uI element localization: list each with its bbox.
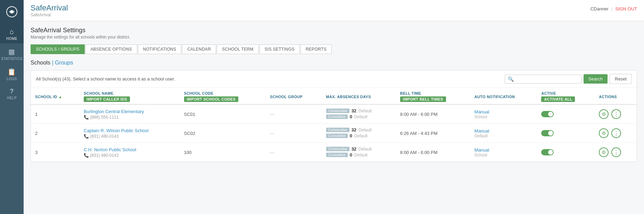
cell-school-code-3: 100 <box>180 143 266 162</box>
phone-number-1: (888) 555-1111 <box>90 115 118 120</box>
active-toggle-1[interactable] <box>541 111 554 117</box>
more-options-icon-2[interactable]: ⋮ <box>611 128 621 138</box>
more-options-icon-3[interactable]: ⋮ <box>611 147 621 157</box>
auto-notification-sub-1: School <box>474 114 533 119</box>
auto-notification-label-1: Manual <box>474 109 533 114</box>
consecutive-default-3: Default <box>358 147 372 152</box>
cell-active-1 <box>537 104 595 124</box>
cell-school-name-2: Captain R. Wilson Public School 📞 (831) … <box>80 124 180 143</box>
consecutive-row-2: Consecutive 32 Default <box>326 127 392 132</box>
col-header-active: ACTIVE Activate All <box>537 88 595 104</box>
separator: | <box>611 6 612 11</box>
schools-table: SCHOOL ID ▲ SCHOOL NAME Import Caller ID… <box>31 88 637 162</box>
cell-active-3 <box>537 143 595 162</box>
col-header-school-code: SCHOOL CODE Import school codes <box>180 88 266 104</box>
school-code-label: SCHOOL CODE <box>184 91 262 95</box>
col-header-bell-time: BELL TIME Import bell times <box>396 88 470 104</box>
search-input[interactable] <box>516 76 578 82</box>
sign-out-button[interactable]: SIGN OUT <box>615 6 637 11</box>
cell-bell-time-3: 8:00 AM - 6:00 PM <box>396 143 470 162</box>
sidebar-item-statistics[interactable]: ▦ STATISTICS <box>0 43 24 63</box>
auto-notification-sub-3: School <box>474 153 533 157</box>
import-caller-ids-button[interactable]: Import Caller IDs <box>84 96 130 102</box>
search-button[interactable]: Search <box>584 74 608 84</box>
school-name-link-1[interactable]: Burlington Central Elementary <box>84 109 175 114</box>
search-area: 🔍 Search Reset <box>505 74 632 84</box>
auto-notification-sub-2: Default <box>474 134 533 138</box>
table-row: 3 C.H. Norton Public School 📞 (831) 480-… <box>31 143 637 162</box>
groups-link[interactable]: Groups <box>55 60 73 66</box>
active-toggle-3[interactable] <box>541 149 554 155</box>
sidebar-item-home-label: HOME <box>6 37 17 41</box>
action-icons-2: ⚙ ⋮ <box>599 128 633 138</box>
cell-school-group-2: --- <box>266 124 322 143</box>
school-phone-3: 📞 (831) 480-0143 <box>84 153 175 158</box>
table-toolbar: All School(s) (43). Select a school name… <box>31 70 637 88</box>
topbar-branding: SafeArrival SafeArrival <box>31 3 68 17</box>
phone-icon-3: 📞 <box>84 153 89 158</box>
sidebar-item-help[interactable]: ? HELP <box>0 84 24 103</box>
more-options-icon-1[interactable]: ⋮ <box>611 109 621 119</box>
cell-school-name-1: Burlington Central Elementary 📞 (888) 55… <box>80 104 180 124</box>
settings-icon-2[interactable]: ⚙ <box>599 128 609 138</box>
heading-separator: | <box>52 60 55 66</box>
help-icon: ? <box>10 88 14 95</box>
cell-actions-3: ⚙ ⋮ <box>595 143 637 162</box>
tab-calendar[interactable]: CALENDAR <box>182 44 216 54</box>
bell-time-text-1: 8:00 AM - 6:00 PM <box>400 112 438 117</box>
activate-all-button[interactable]: Activate All <box>541 96 575 102</box>
cell-school-group-3: --- <box>266 143 322 162</box>
school-name-link-3[interactable]: C.H. Norton Public School <box>84 147 175 152</box>
school-name-link-2[interactable]: Captain R. Wilson Public School <box>84 128 175 133</box>
tab-sis-settings[interactable]: SIS SETTINGS <box>259 44 300 54</box>
sidebar-item-home[interactable]: ⌂ HOME <box>0 24 24 43</box>
sort-icon[interactable]: ▲ <box>58 95 62 99</box>
tab-school-term[interactable]: SCHOOL TERM <box>217 44 259 54</box>
cumulative-badge-2: Cumulative <box>326 134 348 138</box>
phone-number-3: (831) 480-0143 <box>90 153 118 158</box>
cumulative-default-3: Default <box>354 153 368 157</box>
active-label: ACTIVE <box>541 91 591 95</box>
tab-notifications[interactable]: NOTIFICATIONS <box>138 44 182 54</box>
settings-icon-1[interactable]: ⚙ <box>599 109 609 119</box>
consecutive-badge-2: Consecutive <box>326 128 349 132</box>
current-user: CDanner <box>591 6 609 11</box>
consecutive-default-1: Default <box>358 109 372 113</box>
tab-schools-groups[interactable]: SCHOOLS / GROUPS <box>31 44 85 54</box>
col-header-school-id: SCHOOL ID ▲ <box>31 88 80 104</box>
phone-icon-1: 📞 <box>84 115 89 120</box>
main-content: SafeArrival SafeArrival CDanner | SIGN O… <box>24 0 644 214</box>
auto-notification-label-3: Manual <box>474 147 533 153</box>
app-logo[interactable] <box>0 0 24 24</box>
active-toggle-2[interactable] <box>541 130 554 136</box>
consecutive-badge-3: Consecutive <box>326 147 349 151</box>
tab-reports[interactable]: REPORTS <box>300 44 332 54</box>
bell-time-text-2: 6:26 AM - 4:43 PM <box>400 131 438 136</box>
cell-auto-notification-2: Manual Default <box>470 124 537 143</box>
tab-absence-options[interactable]: ABSENCE OPTIONS <box>85 44 137 54</box>
reset-button[interactable]: Reset <box>610 74 632 84</box>
cumulative-badge-3: Cumulative <box>326 153 348 157</box>
bell-time-text-3: 8:00 AM - 6:00 PM <box>400 150 438 155</box>
table-info-text: All School(s) (43). Select a school name… <box>36 76 175 82</box>
topbar-user-area: CDanner | SIGN OUT <box>591 3 637 11</box>
auto-notification-label-2: Manual <box>474 128 533 134</box>
consecutive-row-3: Consecutive 32 Default <box>326 146 392 152</box>
settings-icon-3[interactable]: ⚙ <box>599 147 609 157</box>
cell-school-id-1: 1 <box>31 104 80 124</box>
sidebar-item-logs[interactable]: 📋 LOGS <box>0 63 24 84</box>
import-school-codes-button[interactable]: Import school codes <box>184 96 239 102</box>
cell-auto-notification-1: Manual School <box>470 104 537 124</box>
consecutive-num-1: 32 <box>352 108 356 113</box>
import-bell-times-button[interactable]: Import bell times <box>400 96 446 102</box>
action-icons-3: ⚙ ⋮ <box>599 147 633 157</box>
search-icon: 🔍 <box>508 76 514 82</box>
cell-bell-time-2: 6:26 AM - 4:43 PM <box>396 124 470 143</box>
cell-school-id-3: 3 <box>31 143 80 162</box>
app-subtitle: SafeArrival <box>31 12 68 17</box>
cumulative-num-3: 0 <box>350 152 352 157</box>
cumulative-num-2: 0 <box>350 133 352 138</box>
cell-school-id-2: 2 <box>31 124 80 143</box>
phone-icon-2: 📞 <box>84 134 89 139</box>
page-subtitle: Manage the settings for all schools with… <box>31 35 637 40</box>
